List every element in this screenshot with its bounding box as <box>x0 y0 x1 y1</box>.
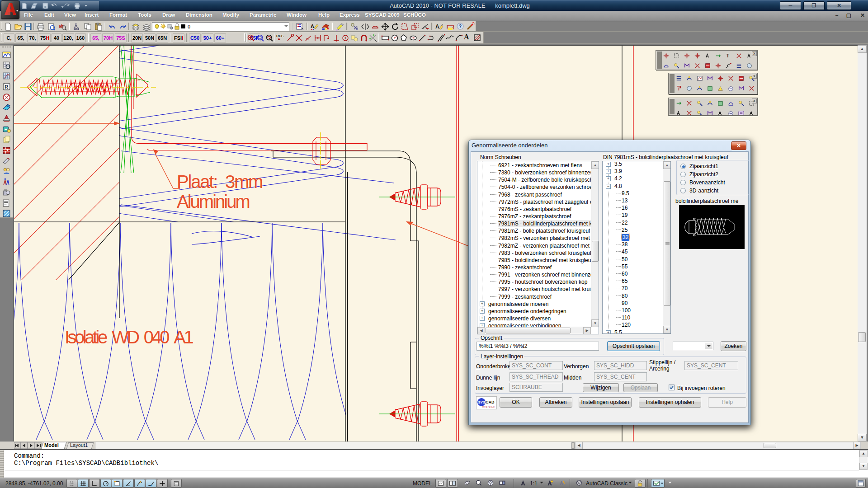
svg-text:Isolatie WD 040 A1: Isolatie WD 040 A1 <box>65 327 193 347</box>
svg-text:0: 0 <box>188 24 190 29</box>
svg-text:Aluminium: Aluminium <box>177 192 249 211</box>
svg-text:T: T <box>726 53 730 58</box>
svg-text:mR SYSTEM: mR SYSTEM <box>482 406 495 408</box>
svg-text:A: A <box>435 23 439 30</box>
svg-text:Plaat: 3mm: Plaat: 3mm <box>177 172 262 192</box>
svg-text:A: A <box>311 23 314 29</box>
svg-text:CAD: CAD <box>486 400 495 404</box>
svg-text:SYS: SYS <box>478 400 486 404</box>
svg-text:R: R <box>5 84 8 89</box>
svg-text:?: ? <box>459 24 462 29</box>
